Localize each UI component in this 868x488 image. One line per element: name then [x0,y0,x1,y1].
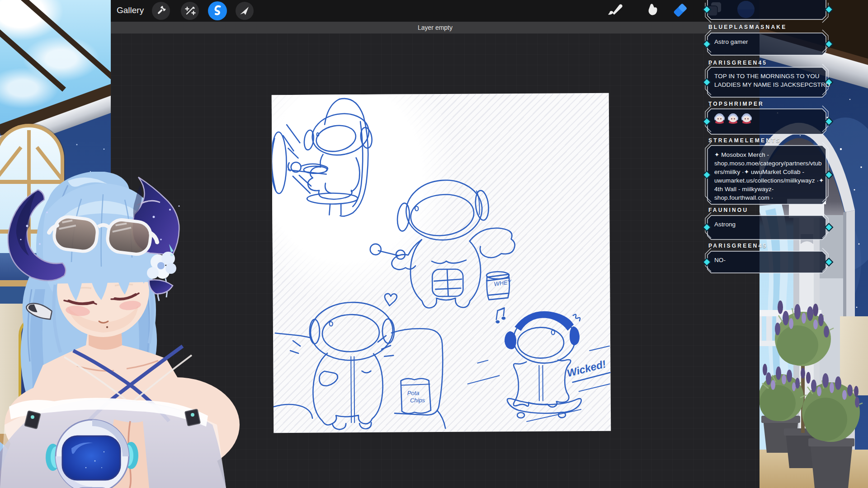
svg-text:Wicked!: Wicked! [566,358,607,379]
svg-text:Chips: Chips [410,397,425,404]
svg-text:Pota: Pota [407,389,420,396]
